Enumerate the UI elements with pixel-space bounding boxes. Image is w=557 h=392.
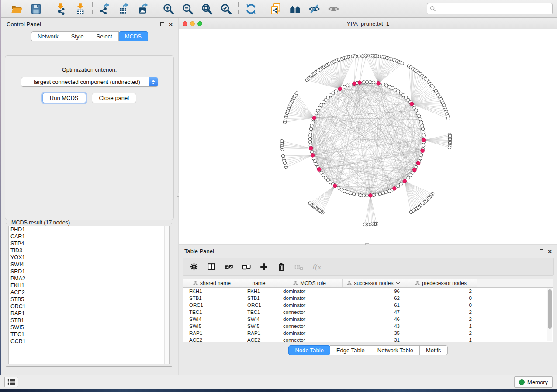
leaf-node[interactable] (354, 55, 357, 58)
function-builder-button[interactable]: f(x) (311, 262, 321, 272)
cell-MCDS-role[interactable]: connector (277, 323, 343, 329)
cell-MCDS-role[interactable]: dominator (277, 316, 343, 322)
mcds-result-item[interactable]: STB1 (9, 317, 169, 324)
mcds-node[interactable] (369, 194, 373, 198)
leaf-node[interactable] (281, 154, 284, 157)
cell-MCDS-role[interactable]: dominator (277, 296, 343, 301)
mcds-result-item[interactable]: RAP1 (9, 310, 169, 317)
cell-successor-nodes[interactable]: 43 (343, 323, 405, 329)
cell-shared-name[interactable]: RAP1 (183, 330, 241, 336)
network-node[interactable] (346, 84, 349, 87)
table-scrollbar-thumb[interactable] (548, 289, 552, 329)
leaf-node[interactable] (295, 92, 298, 95)
mcds-result-item[interactable]: STP4 (9, 240, 169, 247)
network-node[interactable] (388, 85, 391, 88)
cell-successor-nodes[interactable]: 35 (343, 330, 405, 336)
mcds-node[interactable] (312, 116, 316, 120)
cell-successor-nodes[interactable]: 62 (343, 296, 405, 301)
network-node[interactable] (369, 81, 372, 84)
network-node[interactable] (419, 118, 422, 121)
float-panel-icon[interactable] (160, 22, 164, 26)
cell-name[interactable]: ORC1 (241, 303, 277, 308)
zoom-out-button[interactable] (179, 1, 196, 16)
task-history-button[interactable] (4, 377, 18, 387)
network-node[interactable] (315, 163, 318, 166)
network-node[interactable] (422, 144, 425, 147)
table-row[interactable]: ACE2ACE2connector311 (183, 337, 553, 342)
cell-predecessor-nodes[interactable]: 2 (405, 316, 477, 322)
show-graphics-details-button[interactable] (306, 1, 322, 16)
cell-successor-nodes[interactable]: 31 (343, 337, 405, 342)
cell-predecessor-nodes[interactable]: 0 (405, 303, 477, 308)
network-graph[interactable] (179, 29, 557, 244)
mcds-node[interactable] (358, 81, 362, 85)
network-node[interactable] (385, 191, 388, 194)
zoom-fit-button[interactable] (198, 1, 215, 16)
cell-successor-nodes[interactable]: 47 (343, 309, 405, 315)
column-header-MCDS-role[interactable]: MCDS role (277, 279, 343, 287)
table-row[interactable]: FKH1FKH1dominator962 (183, 288, 553, 295)
network-node[interactable] (365, 80, 368, 83)
mcds-node[interactable] (422, 138, 426, 142)
network-node[interactable] (343, 189, 346, 193)
network-node[interactable] (310, 150, 313, 153)
column-header-predecessor-nodes[interactable]: predecessor nodes (405, 279, 477, 287)
network-node[interactable] (349, 83, 352, 86)
mcds-result-item[interactable]: SRD1 (9, 268, 169, 275)
mcds-node[interactable] (377, 81, 381, 85)
leaf-node[interactable] (280, 139, 283, 142)
network-node[interactable] (420, 121, 423, 124)
cell-name[interactable]: SWI5 (241, 323, 277, 329)
network-node[interactable] (382, 83, 385, 86)
export-table-button[interactable] (116, 1, 132, 16)
mcds-result-item[interactable]: TID3 (9, 247, 169, 254)
mcds-node[interactable] (317, 168, 321, 172)
mcds-result-item[interactable]: GCR1 (9, 338, 169, 345)
leaf-node[interactable] (357, 55, 360, 58)
mcds-node[interactable] (410, 102, 414, 106)
table-row[interactable]: TEC1TEC1connector472 (183, 309, 553, 316)
cell-MCDS-role[interactable]: dominator (277, 303, 343, 308)
settings-gear-button[interactable] (189, 262, 199, 272)
network-node[interactable] (397, 185, 400, 188)
network-node[interactable] (378, 193, 381, 196)
import-network-button[interactable] (52, 1, 69, 16)
new-network-from-selection-button[interactable] (267, 1, 284, 16)
hide-graphics-details-button[interactable] (325, 1, 342, 16)
optimization-criterion-select[interactable]: largest connected component (undirected) (21, 77, 158, 87)
network-node[interactable] (356, 193, 359, 196)
cell-name[interactable]: SWI4 (241, 316, 277, 322)
leaf-node[interactable] (448, 146, 451, 149)
network-node[interactable] (309, 131, 312, 134)
mcds-result-item[interactable]: YOX1 (9, 254, 169, 261)
table-scrollbar[interactable] (547, 288, 552, 341)
cell-shared-name[interactable]: ORC1 (183, 303, 241, 308)
cell-successor-nodes[interactable]: 61 (343, 303, 405, 308)
network-node[interactable] (421, 124, 424, 127)
cell-shared-name[interactable]: SWI5 (183, 323, 241, 329)
network-node[interactable] (349, 192, 352, 195)
network-node[interactable] (385, 84, 388, 87)
mcds-result-item[interactable]: SWI4 (9, 261, 169, 268)
delete-column-button[interactable] (294, 262, 304, 272)
column-header-successor-nodes[interactable]: successor nodes (343, 279, 405, 287)
select-all-button[interactable] (224, 262, 234, 272)
network-node[interactable] (372, 81, 375, 84)
result-list-scrollbar[interactable] (164, 226, 169, 364)
table-row[interactable]: ORC1ORC1dominator610 (183, 302, 553, 309)
network-node[interactable] (337, 186, 340, 189)
mcds-node[interactable] (416, 161, 420, 165)
cell-MCDS-role[interactable]: dominator (277, 330, 343, 336)
cell-shared-name[interactable]: SWI4 (183, 316, 241, 322)
table-row[interactable]: RAP1RAP1dominator352 (183, 330, 553, 337)
cell-MCDS-role[interactable]: connector (277, 309, 343, 315)
mcds-node[interactable] (413, 168, 417, 172)
network-node[interactable] (418, 115, 421, 118)
cell-name[interactable]: FKH1 (241, 289, 277, 294)
cell-shared-name[interactable]: TEC1 (183, 309, 241, 315)
network-node[interactable] (415, 109, 418, 112)
network-node[interactable] (308, 137, 311, 140)
export-network-button[interactable] (97, 1, 113, 16)
memory-button[interactable]: Memory (514, 376, 553, 388)
network-node[interactable] (352, 193, 355, 196)
